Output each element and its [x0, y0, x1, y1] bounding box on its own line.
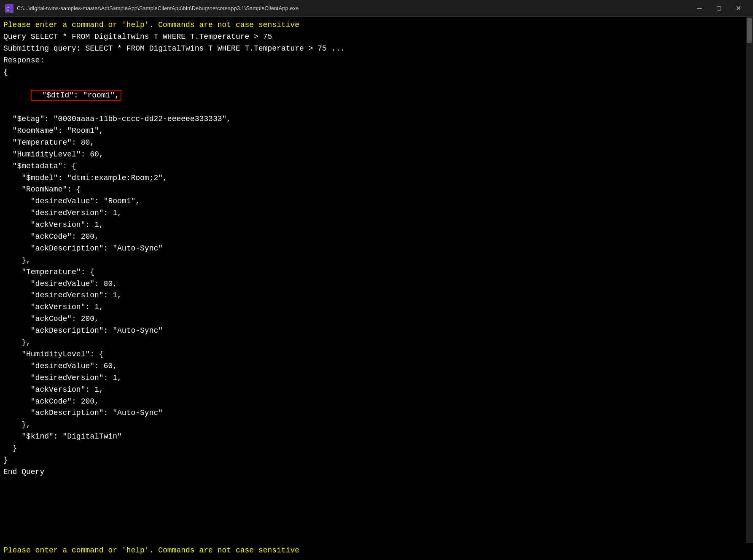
svg-text:C: C [6, 6, 9, 12]
scrollbar[interactable] [746, 17, 753, 543]
ack-code-room-line: "ackCode": 200, [3, 231, 750, 243]
window-title: C:\...\digital-twins-samples-master\AdtS… [17, 5, 690, 11]
query-line: Query SELECT * FROM DigitalTwins T WHERE… [3, 31, 750, 43]
terminal-body[interactable]: Please enter a command or 'help'. Comman… [0, 17, 753, 543]
prompt-line-2: Please enter a command or 'help'. Comman… [3, 545, 750, 557]
temperature-line: "Temperature": 80, [3, 137, 750, 149]
close-temp-meta-line: }, [3, 337, 750, 349]
close-meta-line: } [3, 443, 750, 455]
end-query-line: End Query [3, 466, 750, 478]
dtid-line: "$dtId": "room1", [3, 78, 750, 113]
ack-desc-room-line: "ackDescription": "Auto-Sync" [3, 243, 750, 255]
humiditylevel-line: "HumidityLevel": 60, [3, 149, 750, 161]
scrollbar-thumb[interactable] [747, 18, 752, 43]
ack-code-hum-line: "ackCode": 200, [3, 396, 750, 408]
close-hum-meta-line: }, [3, 419, 750, 431]
window-controls: ─ □ ✕ [690, 2, 748, 15]
ack-desc-temp-line: "ackDescription": "Auto-Sync" [3, 325, 750, 337]
metadata-open-line: "$metadata": { [3, 161, 750, 172]
desired-value-temp-line: "desiredValue": 80, [3, 278, 750, 290]
terminal-window: C C:\...\digital-twins-samples-master\Ad… [0, 0, 753, 560]
roomname-line: "RoomName": "Room1", [3, 125, 750, 137]
ack-version-room-line: "ackVersion": 1, [3, 219, 750, 231]
desired-version-room-line: "desiredVersion": 1, [3, 207, 750, 219]
maximize-button[interactable]: □ [709, 2, 729, 15]
model-line: "$model": "dtmi:example:Room;2", [3, 172, 750, 184]
title-bar: C C:\...\digital-twins-samples-master\Ad… [0, 0, 753, 17]
bottom-prompt: Please enter a command or 'help'. Comman… [0, 543, 753, 560]
desired-version-temp-line: "desiredVersion": 1, [3, 290, 750, 302]
response-label: Response: [3, 55, 750, 67]
etag-line: "$etag": "0000aaaa-11bb-cccc-dd22-eeeeee… [3, 113, 750, 125]
temperature-meta-line: "Temperature": { [3, 267, 750, 278]
desired-value-hum-line: "desiredValue": 60, [3, 361, 750, 372]
ack-version-hum-line: "ackVersion": 1, [3, 384, 750, 396]
dtid-highlight: "$dtId": "room1", [31, 90, 121, 101]
minimize-button[interactable]: ─ [690, 2, 709, 15]
desired-version-hum-line: "desiredVersion": 1, [3, 372, 750, 384]
ack-desc-hum-line: "ackDescription": "Auto-Sync" [3, 407, 750, 419]
humidity-meta-line: "HumidityLevel": { [3, 349, 750, 361]
open-brace-line: { [3, 67, 750, 78]
close-button[interactable]: ✕ [729, 2, 748, 15]
ack-version-temp-line: "ackVersion": 1, [3, 302, 750, 313]
desired-value-room-line: "desiredValue": "Room1", [3, 196, 750, 207]
prompt-line-1: Please enter a command or 'help'. Comman… [3, 19, 750, 31]
submitting-line: Submitting query: SELECT * FROM DigitalT… [3, 43, 750, 55]
kind-line: "$kind": "DigitalTwin" [3, 431, 750, 443]
close-room-meta-line: }, [3, 255, 750, 267]
close-brace-line: } [3, 455, 750, 466]
ack-code-temp-line: "ackCode": 200, [3, 313, 750, 325]
app-icon: C [5, 4, 13, 13]
roomname-meta-line: "RoomName": { [3, 184, 750, 196]
